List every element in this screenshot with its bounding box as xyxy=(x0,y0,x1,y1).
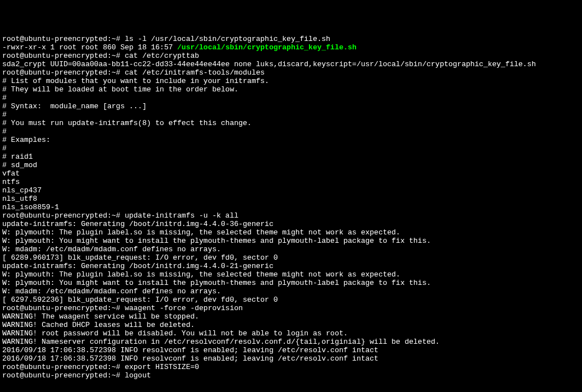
file-content-comment: # You must run update-initramfs(8) to ef… xyxy=(2,119,580,127)
terminal-output-info: 2016/09/18 17:06:38.572398 INFO resolvco… xyxy=(2,346,580,354)
terminal-output-warning: WARNING! Cached DHCP leases will be dele… xyxy=(2,321,580,329)
file-content-comment: # Examples: xyxy=(2,136,580,144)
terminal-output-warning: W: mdadm: /etc/mdadm/mdadm.conf defines … xyxy=(2,287,580,296)
terminal-output-kernel: [ 6297.592236] blk_update_request: I/O e… xyxy=(2,296,580,304)
command-text: cat /etc/initramfs-tools/modules xyxy=(124,68,265,77)
shell-prompt: root@ubuntu-preencrypted:~# xyxy=(2,304,124,312)
terminal-line: root@ubuntu-preencrypted:~# cat /etc/ini… xyxy=(2,68,580,77)
ls-output-filename: /usr/local/sbin/cryptographic_key_file.s… xyxy=(177,43,357,52)
terminal-output: update-initramfs: Generating /boot/initr… xyxy=(2,220,580,228)
terminal-line: root@ubuntu-preencrypted:~# waagent -for… xyxy=(2,304,580,312)
file-content-comment: # They will be loaded at boot time in th… xyxy=(2,85,580,94)
command-text: update-initramfs -u -k all xyxy=(124,211,238,220)
command-text: waagent -force -deprovision xyxy=(124,304,243,312)
file-content-comment: # List of modules that you want to inclu… xyxy=(2,77,580,85)
file-content-module: ntfs xyxy=(2,178,580,186)
terminal-output-warning: W: plymouth: You might want to install t… xyxy=(2,237,580,245)
file-content-comment: # xyxy=(2,94,580,102)
ls-output-perms: -rwxr-xr-x 1 root root 860 Sep 18 16:57 xyxy=(2,43,177,52)
command-text: logout xyxy=(124,371,151,380)
file-content-module: nls_cp437 xyxy=(2,186,580,195)
file-content-module: nls_iso8859-1 xyxy=(2,203,580,211)
terminal-output-warning: W: plymouth: You might want to install t… xyxy=(2,279,580,287)
terminal-line: root@ubuntu-preencrypted:~# logout xyxy=(2,371,580,380)
command-text: cat /etc/crypttab xyxy=(124,52,199,60)
terminal-output-warning: WARNING! Nameserver configuration in /et… xyxy=(2,338,580,346)
terminal-line: root@ubuntu-preencrypted:~# update-initr… xyxy=(2,211,580,220)
shell-prompt: root@ubuntu-preencrypted:~# xyxy=(2,371,124,380)
terminal-output-kernel: [ 6289.960173] blk_update_request: I/O e… xyxy=(2,253,580,262)
terminal-output: update-initramfs: Generating /boot/initr… xyxy=(2,262,580,270)
terminal-line: root@ubuntu-preencrypted:~# cat /etc/cry… xyxy=(2,52,580,60)
terminal-line: root@ubuntu-preencrypted:~# ls -l /usr/l… xyxy=(2,35,580,43)
terminal-line: root@ubuntu-preencrypted:~# export HISTS… xyxy=(2,363,580,371)
shell-prompt: root@ubuntu-preencrypted:~# xyxy=(2,363,124,371)
terminal-output-info: 2016/09/18 17:06:38.572398 INFO resolvco… xyxy=(2,354,580,363)
terminal-window[interactable]: root@ubuntu-preencrypted:~# ls -l /usr/l… xyxy=(2,35,580,392)
file-content-comment: # xyxy=(2,110,580,119)
file-content-comment: # raid1 xyxy=(2,153,580,161)
file-content-module: vfat xyxy=(2,169,580,178)
file-content-comment: # xyxy=(2,127,580,136)
command-text: export HISTSIZE=0 xyxy=(124,363,199,371)
terminal-output-warning: W: plymouth: The plugin label.so is miss… xyxy=(2,270,580,279)
command-text: ls -l /usr/local/sbin/cryptographic_key_… xyxy=(124,35,330,43)
terminal-output-warning: W: mdadm: /etc/mdadm/mdadm.conf defines … xyxy=(2,245,580,253)
terminal-line: -rwxr-xr-x 1 root root 860 Sep 18 16:57 … xyxy=(2,43,580,52)
shell-prompt: root@ubuntu-preencrypted:~# xyxy=(2,52,124,60)
terminal-output-warning: WARNING! The waagent service will be sto… xyxy=(2,312,580,321)
file-content-comment: # xyxy=(2,144,580,153)
terminal-output: sda2_crypt UUID=00aa00aa-bb11-cc22-dd33-… xyxy=(2,60,580,68)
terminal-output-warning: W: plymouth: The plugin label.so is miss… xyxy=(2,228,580,237)
file-content-comment: # Syntax: module_name [args ...] xyxy=(2,102,580,110)
file-content-module: nls_utf8 xyxy=(2,195,580,203)
shell-prompt: root@ubuntu-preencrypted:~# xyxy=(2,211,124,220)
terminal-output-warning: WARNING! root password will be disabled.… xyxy=(2,329,580,338)
file-content-comment: # sd_mod xyxy=(2,161,580,169)
shell-prompt: root@ubuntu-preencrypted:~# xyxy=(2,35,124,43)
shell-prompt: root@ubuntu-preencrypted:~# xyxy=(2,68,124,77)
